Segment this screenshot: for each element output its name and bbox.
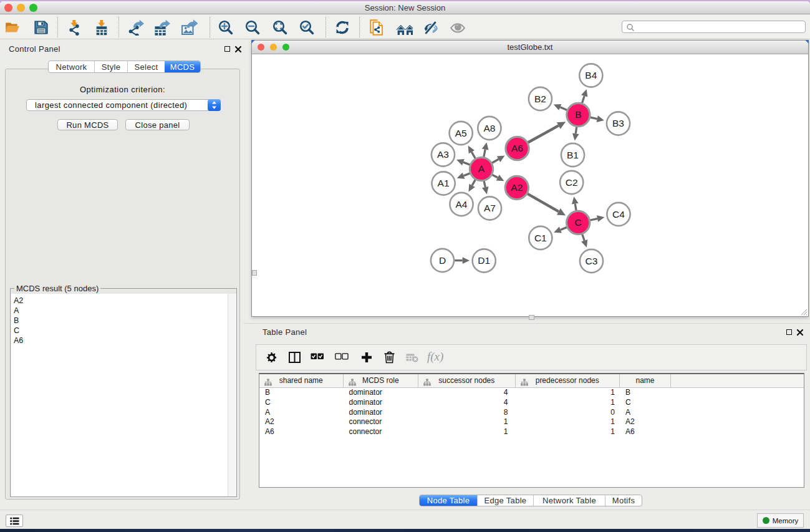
- svg-text:C: C: [575, 217, 582, 228]
- svg-text:B4: B4: [585, 70, 597, 80]
- svg-text:A3: A3: [437, 149, 449, 160]
- svg-text:A2: A2: [511, 182, 523, 193]
- svg-text:B: B: [575, 109, 581, 120]
- svg-text:A8: A8: [483, 123, 495, 133]
- svg-text:A: A: [478, 163, 485, 174]
- svg-text:C4: C4: [612, 209, 625, 220]
- svg-text:C1: C1: [534, 233, 547, 243]
- svg-text:A1: A1: [438, 178, 450, 188]
- svg-text:A4: A4: [456, 199, 468, 210]
- svg-text:C3: C3: [586, 256, 598, 266]
- svg-text:A5: A5: [455, 128, 467, 138]
- svg-text:A6: A6: [511, 143, 523, 153]
- svg-text:D1: D1: [478, 255, 490, 266]
- svg-text:C2: C2: [566, 177, 578, 188]
- svg-text:A7: A7: [484, 203, 496, 213]
- svg-text:B3: B3: [612, 118, 624, 128]
- svg-text:B2: B2: [534, 94, 546, 104]
- svg-text:D: D: [439, 255, 446, 266]
- svg-text:B1: B1: [567, 150, 579, 160]
